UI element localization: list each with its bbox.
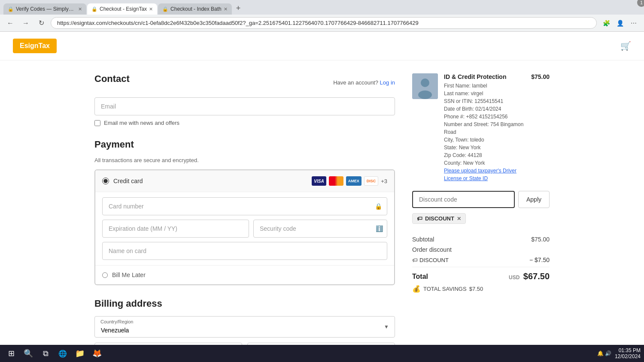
forward-button[interactable]: → [20,17,32,29]
newsletter-row: Email me with news and offers [94,120,395,126]
firefox-button[interactable]: 🦊 [89,346,105,361]
security-wrapper: ℹ️ [253,220,387,238]
order-item-details: ID & Credit Protection First Name: lambe… [444,73,525,182]
country-select[interactable]: Venezuela [94,316,395,338]
new-tab-button[interactable]: + [233,2,244,15]
browser-action-buttons: 🧩 👤 ⋯ [600,17,640,29]
order-discount-label: Order discount [412,246,452,253]
payment-subtitle: All transactions are secure and encrypte… [94,157,395,163]
mastercard-logo [329,176,343,186]
discount-tag-label: 🏷 DISCOUNT [412,257,449,263]
tab-verify-codes[interactable]: 🔒 Verify Codes — SimplyCodes ✕ [3,3,86,15]
total-currency: USD [509,275,519,281]
lock-icon: 🔒 [375,203,382,210]
order-item-price: $75.00 [531,73,550,182]
bill-me-later-row: Bill Me Later [95,265,394,284]
order-item-image: 1 [412,73,438,99]
subtotal-label: Subtotal [412,236,434,243]
savings-label: TOTAL SAVINGS [423,286,467,292]
order-summary: 1 ID & Credit Protection First Name: lam… [412,73,550,362]
amex-logo: AMEX [346,176,361,186]
savings-row: 💰 TOTAL SAVINGS $7.50 [412,285,550,293]
tab-esigntax[interactable]: 🔒 Checkout - EsignTax ✕ [87,3,157,15]
remove-discount-button[interactable]: ✕ [457,216,461,222]
billing-title: Billing address [94,298,395,309]
subtotal-value: $75.00 [531,236,550,243]
bill-me-later-label: Bill Me Later [112,272,146,278]
start-button[interactable]: ⊞ [3,346,19,361]
profile-button[interactable]: 👤 [614,17,626,29]
expiry-input[interactable] [102,220,249,238]
tab-verify-codes-label: Verify Codes — SimplyCodes [16,6,76,12]
tab-verify-codes-close[interactable]: ✕ [78,6,82,12]
total-line: Total USD $67.50 [412,267,550,281]
expiry-security-row: ℹ️ [102,220,387,238]
credit-card-radio[interactable] [102,178,109,184]
security-code-input[interactable] [253,220,387,238]
country-label: Country/Region [100,319,133,324]
discount-code-row: Apply [412,191,550,208]
site-header: EsignTax 🛒 [0,32,644,60]
more-button[interactable]: ⋯ [628,17,640,29]
date-display: 12/02/2024 [615,353,641,359]
apply-discount-button[interactable]: Apply [518,191,550,208]
search-button[interactable]: 🔍 [21,346,36,361]
address-bar[interactable] [51,17,597,29]
svg-point-2 [418,90,432,99]
tab-indexbath-close[interactable]: ✕ [224,6,228,12]
newsletter-checkbox[interactable] [94,120,100,126]
tab-indexbath[interactable]: 🔒 Checkout - Index Bath ✕ [158,3,232,15]
back-button[interactable]: ← [4,17,16,29]
savings-icon: 💰 [412,285,421,293]
tab-esigntax-label: Checkout - EsignTax [100,6,147,12]
discount-amount: − $7.50 [529,256,550,263]
order-item: 1 ID & Credit Protection First Name: lam… [412,73,550,182]
taskbar: ⊞ 🔍 ⧉ 🌐 📁 🦊 🔔 🔊 01:35 PM 12/02/2024 [0,345,644,362]
page-content: EsignTax 🛒 Contact Have an account? Log … [0,32,644,362]
checkout-left: Contact Have an account? Log in Email me… [94,73,395,362]
task-view-button[interactable]: ⧉ [38,346,53,361]
extensions-button[interactable]: 🧩 [600,17,612,29]
more-cards: +3 [381,178,387,184]
driver-license-link[interactable]: Please upload taxpayer's Driver License … [444,168,516,181]
subtotal-line: Subtotal $75.00 [412,236,550,243]
file-explorer-button[interactable]: 📁 [72,346,88,361]
svg-point-1 [421,78,429,87]
order-item-description: First Name: lambel Last name: virgel SSN… [444,82,525,182]
order-discount-line: Order discount [412,246,550,253]
payment-section: Payment All transactions are secure and … [94,139,395,285]
have-account-text: Have an account? Log in [333,79,395,86]
bill-me-later-radio[interactable] [102,272,108,278]
security-info-icon[interactable]: ℹ️ [376,225,383,232]
order-item-name: ID & Credit Protection [444,73,525,80]
credit-card-label: Credit card [113,178,143,184]
edge-button[interactable]: 🌐 [55,346,70,361]
discount-detail-line: 🏷 DISCOUNT − $7.50 [412,256,550,263]
applied-discount-tag: 🏷 DISCOUNT ✕ [412,213,466,224]
cart-button[interactable]: 🛒 [620,41,631,51]
browser-tabs: 🔒 Verify Codes — SimplyCodes ✕ 🔒 Checkou… [0,0,644,15]
name-on-card-input[interactable] [102,242,387,260]
tab-esigntax-close[interactable]: ✕ [149,6,153,12]
taskbar-system: 🔔 🔊 01:35 PM 12/02/2024 [597,347,641,359]
browser-toolbar: ← → ↻ 🧩 👤 ⋯ [0,15,644,32]
total-amount: $67.50 [523,272,550,281]
savings-value: $7.50 [469,286,483,292]
email-input[interactable] [94,97,395,115]
contact-title: Contact [94,73,130,84]
card-number-input[interactable] [102,197,387,215]
discover-logo: DISC [364,176,379,186]
discount-tag-row: 🏷 DISCOUNT ✕ [412,213,550,230]
discount-code-input[interactable] [412,191,515,208]
time-display: 01:35 PM [615,347,641,353]
total-amount-wrapper: USD $67.50 [509,272,550,281]
contact-header: Contact Have an account? Log in [94,73,395,91]
tag-icon-small: 🏷 [412,257,418,263]
login-link[interactable]: Log in [380,79,395,86]
total-label: Total [412,273,428,281]
tag-icon: 🏷 [417,215,422,222]
system-icons: 🔔 🔊 [597,350,611,356]
card-fields: 🔒 ℹ️ [95,192,394,265]
credit-card-header[interactable]: Credit card VISA AMEX DISC +3 [95,170,394,192]
reload-button[interactable]: ↻ [35,17,47,29]
